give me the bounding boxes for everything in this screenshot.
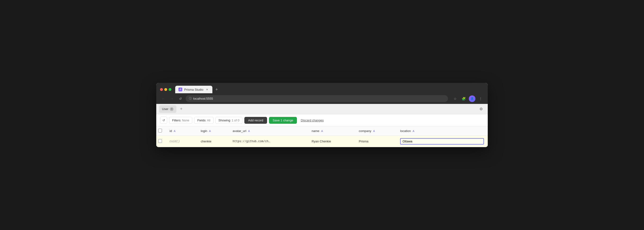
table-header-row: id A login A avatar_url A name xyxy=(156,126,488,136)
header-checkbox-col xyxy=(156,126,166,136)
tab-title: Prisma Studio xyxy=(184,88,204,91)
browser-actions: ☆ 🧩 👤 ⋮ xyxy=(452,95,484,102)
showing-value: 1 of 0 xyxy=(232,118,239,122)
app-tab-bar: User ✕ + ⚙ xyxy=(156,104,488,114)
lock-icon: ⓘ xyxy=(189,97,192,101)
fields-label: Fields xyxy=(197,118,206,122)
user-tab-label: User xyxy=(162,107,168,111)
tab-close-btn[interactable]: ✕ xyxy=(205,88,209,91)
refresh-button[interactable]: ↺ xyxy=(177,95,184,102)
toolbar: ↺ Filters None Fields All Showing 1 of 0… xyxy=(156,114,488,126)
showing-label: Showing xyxy=(218,118,230,122)
minimize-traffic-light[interactable] xyxy=(164,88,167,91)
browser-tab[interactable]: P Prisma Studio ✕ xyxy=(175,86,212,93)
tab-favicon: P xyxy=(178,88,182,91)
traffic-lights xyxy=(160,88,172,91)
data-table-container: id A login A avatar_url A name xyxy=(156,126,488,147)
col-id-sort: A xyxy=(174,130,176,132)
browser-chrome: P Prisma Studio ✕ + ← → ↺ ⓘ localhost:55… xyxy=(156,83,488,104)
col-header-location[interactable]: location A xyxy=(396,126,488,136)
col-header-name[interactable]: name A xyxy=(308,126,355,136)
app-content: User ✕ + ⚙ ↺ Filters None Fields All Sho… xyxy=(156,104,488,147)
col-login-label: login xyxy=(201,129,207,133)
cell-id: cuid() xyxy=(166,136,197,147)
col-company-label: company xyxy=(359,129,372,133)
bookmark-button[interactable]: ☆ xyxy=(452,95,458,102)
col-company-sort: A xyxy=(373,130,375,132)
showing-button[interactable]: Showing 1 of 0 xyxy=(216,117,242,124)
forward-button[interactable]: → xyxy=(168,95,175,102)
user-tab[interactable]: User ✕ xyxy=(159,105,176,113)
col-header-company[interactable]: company A xyxy=(355,126,396,136)
user-tab-close[interactable]: ✕ xyxy=(170,107,174,111)
close-traffic-light[interactable] xyxy=(160,88,163,91)
table-row: cuid()chenkiehttps://github.com/ch…Ryan … xyxy=(156,136,488,147)
maximize-traffic-light[interactable] xyxy=(168,88,172,91)
col-avatar-sort: A xyxy=(248,130,250,132)
more-button[interactable]: ⋮ xyxy=(477,95,484,102)
col-location-sort: A xyxy=(413,130,414,132)
save-changes-button[interactable]: Save 1 change xyxy=(269,117,297,124)
url-display: localhost:5555 xyxy=(193,97,213,100)
add-model-tab-button[interactable]: + xyxy=(178,106,184,113)
cell-name: Ryan Chenkie xyxy=(308,136,355,147)
add-record-button[interactable]: Add record xyxy=(244,117,267,124)
location-input[interactable] xyxy=(400,138,484,144)
col-header-id[interactable]: id A xyxy=(166,126,197,136)
col-id-label: id xyxy=(170,129,172,133)
cell-avatar-url: https://github.com/ch… xyxy=(229,136,308,147)
discard-changes-button[interactable]: Discard changes xyxy=(299,117,326,124)
settings-button[interactable]: ⚙ xyxy=(477,105,485,113)
browser-window: P Prisma Studio ✕ + ← → ↺ ⓘ localhost:55… xyxy=(156,83,488,147)
new-tab-button[interactable]: + xyxy=(213,86,220,93)
address-bar[interactable]: ⓘ localhost:5555 xyxy=(186,95,448,102)
cell-company: Prisma xyxy=(355,136,396,147)
back-button[interactable]: ← xyxy=(160,95,167,102)
refresh-table-button[interactable]: ↺ xyxy=(160,117,167,124)
cell-login: chenkie xyxy=(197,136,229,147)
col-login-sort: A xyxy=(209,130,211,132)
fields-button[interactable]: Fields All xyxy=(194,117,213,124)
select-all-checkbox[interactable] xyxy=(158,129,162,132)
col-header-login[interactable]: login A xyxy=(197,126,229,136)
profile-button[interactable]: 👤 xyxy=(469,95,476,102)
row-select-checkbox[interactable] xyxy=(158,139,162,143)
title-bar: P Prisma Studio ✕ + xyxy=(156,83,488,93)
nav-bar: ← → ↺ ⓘ localhost:5555 ☆ 🧩 👤 ⋮ xyxy=(156,93,488,104)
data-table: id A login A avatar_url A name xyxy=(156,126,488,147)
col-header-avatar-url[interactable]: avatar_url A xyxy=(229,126,308,136)
col-name-sort: A xyxy=(321,130,323,132)
filters-value: None xyxy=(182,118,189,122)
cell-location[interactable] xyxy=(396,136,488,147)
row-checkbox-cell xyxy=(156,136,166,147)
col-location-label: location xyxy=(400,129,411,133)
tab-bar: P Prisma Studio ✕ + xyxy=(175,86,484,93)
filters-label: Filters xyxy=(172,118,180,122)
fields-value: All xyxy=(207,118,210,122)
extensions-button[interactable]: 🧩 xyxy=(460,95,467,102)
col-avatar-url-label: avatar_url xyxy=(232,129,246,133)
filters-button[interactable]: Filters None xyxy=(169,117,192,124)
col-name-label: name xyxy=(312,129,320,133)
